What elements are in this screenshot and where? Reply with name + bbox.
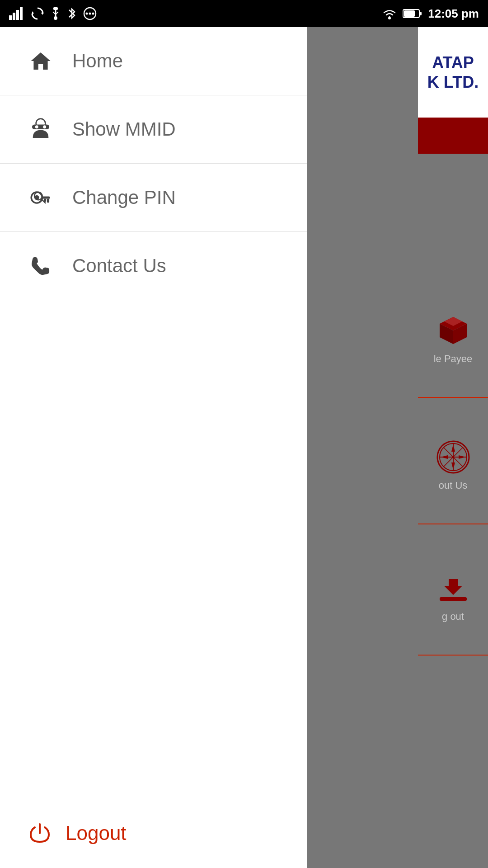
bluetooth-icon	[67, 6, 77, 21]
svg-marker-33	[444, 579, 462, 595]
svg-point-13	[89, 13, 91, 15]
drawer-menu: Home Show MMID	[0, 27, 307, 798]
app-logo: ATAP K LTD.	[427, 53, 479, 92]
manage-payee-label: le Payee	[434, 353, 473, 365]
svg-point-37	[35, 125, 38, 128]
svg-rect-2	[16, 10, 19, 20]
usb-icon	[50, 6, 61, 21]
svg-rect-1	[13, 13, 15, 20]
menu-item-show-mmid[interactable]: Show MMID	[0, 95, 307, 164]
svg-point-8	[54, 16, 57, 20]
bg-tile-about-us: out Us	[418, 407, 488, 524]
sync-icon	[31, 7, 44, 20]
time-display: 12:05 pm	[428, 7, 479, 21]
drawer-footer: Logout	[0, 798, 307, 868]
wifi-icon	[382, 7, 397, 20]
box-icon	[435, 312, 471, 349]
menu-item-home[interactable]: Home	[0, 27, 307, 95]
bg-tile-manage-payee: le Payee	[418, 280, 488, 398]
phone-icon	[29, 254, 52, 278]
menu-item-contact-us[interactable]: Contact Us	[0, 232, 307, 300]
change-pin-label: Change PIN	[72, 187, 176, 208]
home-icon-container	[27, 47, 54, 75]
svg-marker-5	[32, 11, 34, 15]
key-icon	[29, 186, 52, 209]
svg-marker-29	[451, 444, 455, 452]
home-icon	[29, 49, 52, 73]
logout-label: Logout	[66, 822, 127, 844]
svg-point-15	[388, 17, 391, 19]
svg-point-14	[92, 13, 94, 15]
svg-rect-7	[53, 7, 58, 10]
status-bar-left	[9, 6, 98, 21]
svg-marker-31	[441, 455, 448, 459]
svg-rect-34	[440, 597, 467, 601]
svg-rect-0	[9, 15, 12, 20]
navigation-drawer: Home Show MMID	[0, 27, 307, 868]
power-icon	[28, 822, 51, 844]
message-icon	[82, 6, 98, 21]
svg-point-12	[86, 13, 88, 15]
about-us-label: out Us	[439, 480, 468, 491]
spy-icon	[29, 118, 52, 141]
show-mmid-label: Show MMID	[72, 118, 176, 140]
compass-icon	[435, 439, 471, 475]
menu-item-change-pin[interactable]: Change PIN	[0, 164, 307, 232]
svg-rect-18	[404, 10, 415, 17]
svg-rect-17	[419, 12, 422, 15]
svg-point-38	[43, 125, 46, 128]
status-bar-right: 12:05 pm	[382, 7, 479, 21]
phone-icon-container	[27, 252, 54, 279]
svg-rect-42	[47, 199, 49, 203]
app-header-background: ATAP K LTD.	[418, 27, 488, 118]
contact-us-label: Contact Us	[72, 255, 166, 277]
svg-rect-36	[32, 125, 49, 129]
logout-tile-icon	[435, 570, 471, 606]
signal-icon	[9, 7, 25, 20]
header-red-bar	[418, 118, 488, 154]
svg-marker-30	[451, 462, 455, 470]
logout-tile-label: g out	[442, 611, 464, 623]
spy-icon-container	[27, 116, 54, 143]
battery-icon	[403, 8, 422, 19]
bg-tile-logout: g out	[418, 538, 488, 656]
power-icon-container	[27, 821, 52, 845]
logout-button[interactable]: Logout	[27, 821, 280, 845]
key-icon-container	[27, 184, 54, 211]
svg-rect-3	[20, 7, 23, 20]
status-bar: 12:05 pm	[0, 0, 488, 27]
home-label: Home	[72, 50, 123, 72]
svg-marker-32	[459, 455, 466, 459]
